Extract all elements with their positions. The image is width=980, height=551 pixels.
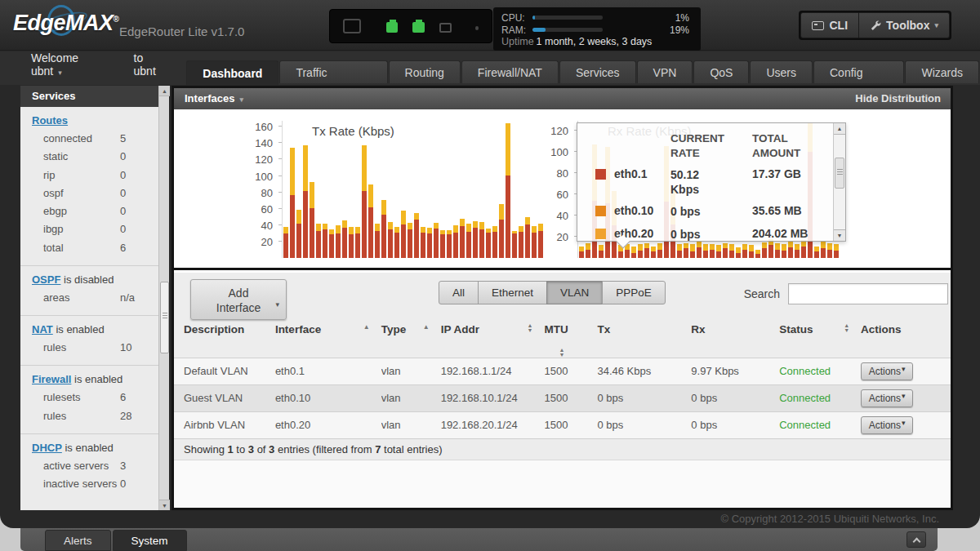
col-header-interface[interactable]: Interface▲ bbox=[275, 310, 381, 358]
col-header-label: MTU bbox=[545, 323, 568, 341]
cell-action: Actions▾ bbox=[861, 385, 951, 411]
bar-segment-eth0-1 bbox=[512, 233, 517, 258]
bottom-tab-system[interactable]: System bbox=[113, 530, 187, 551]
sort-down-icon: ▼ bbox=[844, 328, 849, 333]
bar-segment-eth0-20 bbox=[283, 227, 288, 233]
stacked-bar bbox=[479, 121, 484, 258]
col-header-actions: Actions bbox=[861, 310, 951, 358]
sidebar-link-dhcp[interactable]: DHCP bbox=[32, 442, 62, 454]
sidebar-link-firewall[interactable]: Firewall bbox=[32, 373, 71, 385]
table-row[interactable]: Guest VLANeth0.10vlan192.168.10.1/241500… bbox=[174, 384, 951, 411]
bar-segment-eth0-1 bbox=[736, 253, 741, 258]
row-actions-button[interactable]: Actions▾ bbox=[861, 416, 913, 434]
cli-button[interactable]: CLI bbox=[800, 12, 860, 38]
filter-all[interactable]: All bbox=[439, 281, 479, 304]
stat-value: 0 bbox=[120, 223, 126, 236]
scrollbar-thumb[interactable] bbox=[160, 282, 169, 353]
y-tick-mark bbox=[278, 158, 282, 159]
row-actions-button[interactable]: Actions▾ bbox=[861, 362, 913, 380]
col-header-label: IP Addr bbox=[441, 323, 528, 335]
main-nav: Welcome ubnt▾ to ubnt DashboardTraffic A… bbox=[0, 51, 980, 85]
sidebar-stat-row: rules10 bbox=[32, 339, 152, 357]
scroll-up-icon[interactable]: ▲ bbox=[159, 86, 170, 96]
stacked-bar bbox=[336, 121, 341, 258]
row-actions-button[interactable]: Actions▾ bbox=[861, 389, 913, 407]
col-header-mtu[interactable]: MTU▲▼ bbox=[545, 310, 598, 358]
scroll-down-icon[interactable]: ▼ bbox=[159, 500, 170, 510]
bar-segment-eth0-1 bbox=[755, 254, 760, 258]
stacked-bar bbox=[316, 121, 321, 258]
tab-traffic-analysis[interactable]: Traffic Analysis bbox=[279, 60, 387, 83]
bar-segment-eth0-1 bbox=[368, 207, 373, 258]
bar-segment-eth0-20 bbox=[421, 227, 425, 233]
tab-routing[interactable]: Routing bbox=[389, 60, 461, 83]
tooltip-scrollbar[interactable]: ▲ ▼ bbox=[833, 123, 845, 241]
add-interface-button[interactable]: Add Interface ▾ bbox=[190, 279, 287, 320]
filter-vlan[interactable]: VLAN bbox=[546, 281, 603, 304]
bar-segment-eth0-1 bbox=[506, 176, 510, 258]
tab-wizards[interactable]: Wizards bbox=[905, 60, 979, 83]
legend-current-rate: 0 bps bbox=[670, 227, 723, 242]
cell-mtu: 1500 bbox=[545, 358, 598, 384]
scroll-down-icon[interactable]: ▼ bbox=[834, 229, 845, 241]
tab-services[interactable]: Services bbox=[559, 60, 636, 83]
filter-ethernet[interactable]: Ethernet bbox=[478, 281, 547, 304]
legend-interface-name: eth0.1 bbox=[614, 167, 670, 180]
tab-vpn[interactable]: VPN bbox=[637, 60, 693, 83]
bar-segment-eth0-1 bbox=[310, 208, 314, 258]
bottom-tab-alerts[interactable]: Alerts bbox=[45, 530, 111, 551]
legend-current-rate: 0 bps bbox=[670, 204, 723, 219]
bar-segment-eth0-20 bbox=[827, 243, 832, 250]
sidebar-link-nat[interactable]: NAT bbox=[32, 323, 53, 335]
sidebar-section-nat: NAT is enabledrules10 bbox=[20, 315, 158, 365]
interfaces-panel-header[interactable]: Interfaces▾ Hide Distribution bbox=[174, 88, 951, 109]
hide-distribution-link[interactable]: Hide Distribution bbox=[855, 88, 941, 109]
port-active-icon bbox=[412, 22, 424, 33]
sidebar-link-routes[interactable]: Routes bbox=[32, 114, 68, 127]
collapse-panel-button[interactable] bbox=[906, 531, 926, 548]
y-tick-label: 80 bbox=[261, 187, 273, 199]
stat-label: areas bbox=[43, 291, 120, 304]
col-header-status[interactable]: Status▲▼ bbox=[779, 310, 861, 358]
scroll-up-icon[interactable]: ▲ bbox=[834, 123, 845, 135]
filter-pppoe[interactable]: PPPoE bbox=[602, 281, 666, 304]
stat-label: rules bbox=[43, 410, 120, 423]
stacked-bar bbox=[375, 121, 380, 258]
stacked-bar bbox=[519, 121, 523, 258]
col-header-ip-addr[interactable]: IP Addr▲▼ bbox=[441, 310, 545, 358]
bar-segment-eth0-20 bbox=[657, 243, 662, 250]
summary-text: of bbox=[254, 443, 269, 455]
bar-segment-eth0-1 bbox=[362, 191, 367, 258]
col-header-type[interactable]: Type▲ bbox=[381, 310, 441, 358]
bar-segment-eth0-1 bbox=[684, 248, 688, 258]
interface-type-filters: AllEthernetVLANPPPoE bbox=[439, 281, 666, 304]
table-row[interactable]: Airbnb VLANeth0.20vlan192.168.20.1/24150… bbox=[174, 411, 951, 438]
stacked-bar bbox=[499, 121, 504, 258]
chart-legend-tooltip: CURRENT RATE TOTAL AMOUNT eth0.150.12 Kb… bbox=[577, 122, 846, 242]
bar-segment-eth0-20 bbox=[788, 241, 793, 247]
bar-segment-eth0-1 bbox=[631, 253, 636, 258]
bar-segment-eth0-1 bbox=[723, 248, 728, 258]
search-input[interactable] bbox=[788, 283, 948, 304]
traffic-charts: 20406080100120140160 Tx Rate (Kbps) 2040… bbox=[174, 109, 951, 270]
tab-firewall-nat[interactable]: Firewall/NAT bbox=[461, 60, 559, 83]
tab-config-tree[interactable]: Config Tree bbox=[813, 60, 904, 83]
chevron-down-icon: ▾ bbox=[239, 96, 243, 104]
cell-description: Airbnb VLAN bbox=[174, 412, 275, 438]
tab-qos[interactable]: QoS bbox=[693, 60, 749, 83]
col-header-label: Actions bbox=[861, 323, 939, 335]
col-header-rx: Rx bbox=[691, 310, 779, 358]
toolbox-button-label: Toolbox bbox=[886, 19, 929, 32]
table-row[interactable]: Default VLANeth0.1vlan192.168.1.1/241500… bbox=[174, 358, 951, 384]
tab-users[interactable]: Users bbox=[750, 60, 813, 83]
stat-label: rules bbox=[43, 341, 120, 354]
bar-segment-eth0-1 bbox=[473, 228, 478, 258]
sidebar-link-ospf[interactable]: OSPF bbox=[32, 273, 60, 286]
welcome-user-dropdown[interactable]: Welcome ubnt▾ bbox=[31, 51, 113, 78]
toolbox-button[interactable]: Toolbox ▾ bbox=[859, 12, 950, 38]
bar-segment-eth0-1 bbox=[519, 232, 523, 258]
tab-dashboard[interactable]: Dashboard bbox=[186, 60, 278, 85]
sidebar-scrollbar[interactable]: ▲ ▼ bbox=[158, 86, 169, 510]
scrollbar-thumb[interactable] bbox=[835, 158, 844, 189]
stacked-bar bbox=[303, 121, 308, 258]
